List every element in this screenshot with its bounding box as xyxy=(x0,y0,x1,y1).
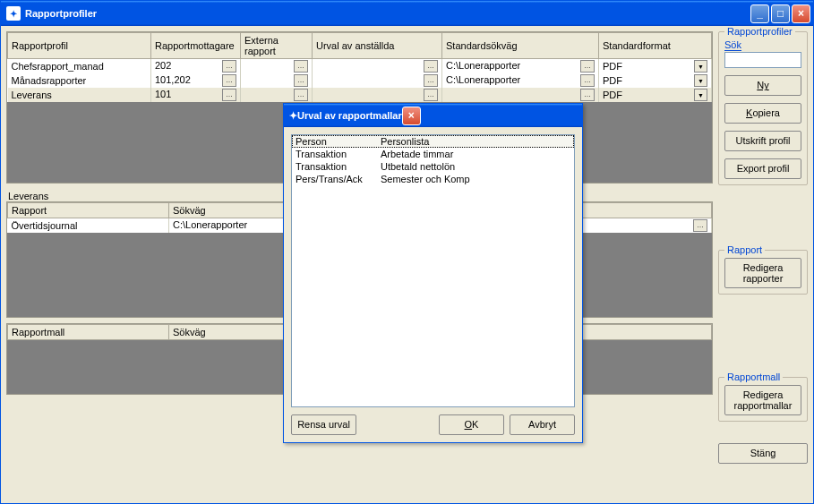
avbryt-button[interactable]: Avbryt xyxy=(510,414,575,435)
main-titlebar: ✦ Rapportprofiler _ □ × xyxy=(1,1,813,26)
browse-button[interactable]: … xyxy=(424,74,438,87)
col-rapportmall[interactable]: Rapportmall xyxy=(8,325,169,340)
col-externa[interactable]: Externa rapport xyxy=(241,33,313,59)
urval-dialog: ✦ Urval av rapportmallar × PersonPersonl… xyxy=(283,103,583,443)
templates-listbox[interactable]: PersonPersonlistaTransaktionArbetade tim… xyxy=(291,134,575,407)
utskrift-button[interactable]: Utskrift profil xyxy=(724,131,801,151)
list-item[interactable]: PersonPersonlista xyxy=(292,135,574,148)
browse-button[interactable]: … xyxy=(424,89,438,101)
col-rapportprofil[interactable]: Rapportprofil xyxy=(8,33,151,59)
browse-button[interactable]: … xyxy=(222,89,236,101)
browse-button[interactable]: … xyxy=(294,60,308,73)
browse-button[interactable]: … xyxy=(294,74,308,87)
browse-button[interactable]: … xyxy=(222,60,236,73)
app-icon: ✦ xyxy=(6,6,21,21)
list-item[interactable]: TransaktionUtbetald nettolön xyxy=(292,160,574,173)
list-item[interactable]: TransaktionArbetade timmar xyxy=(292,148,574,160)
profiles-grid[interactable]: Rapportprofil Rapportmottagare Externa r… xyxy=(7,32,712,102)
browse-button[interactable]: … xyxy=(580,60,595,73)
dropdown-arrow-icon[interactable]: ▼ xyxy=(694,60,707,73)
stang-button[interactable]: Stäng xyxy=(718,443,808,464)
group-rapportmall: Rapportmall Redigera rapportmallar xyxy=(718,377,808,422)
list-item[interactable]: Pers/Trans/AckSemester och Komp xyxy=(292,173,574,185)
group-rapport: Rapport Redigera rapporter xyxy=(718,250,808,295)
table-row: Leverans101…………PDF▼ xyxy=(8,88,712,102)
close-button[interactable]: × xyxy=(792,4,810,23)
kopiera-button[interactable]: Kopiera xyxy=(724,103,801,124)
group-rapportprofiler: Rapportprofiler Sök Ny Kopiera Utskrift … xyxy=(718,31,808,185)
col-urval[interactable]: Urval av anställda xyxy=(313,33,442,59)
ny-button[interactable]: Ny xyxy=(724,75,801,96)
dialog-icon: ✦ xyxy=(289,110,297,122)
ok-button[interactable]: OK xyxy=(439,414,504,435)
col-rapport[interactable]: Rapport xyxy=(8,203,169,218)
table-row: Chefsrapport_manad202………C:\Lonerapporter… xyxy=(8,59,712,74)
dialog-close-button[interactable]: × xyxy=(402,107,421,125)
window-title: Rapportprofiler xyxy=(25,8,97,19)
col-rapportmottagare[interactable]: Rapportmottagare xyxy=(151,33,241,59)
browse-button[interactable]: … xyxy=(693,219,707,232)
minimize-button[interactable]: _ xyxy=(750,4,769,23)
sok-label: Sök xyxy=(724,39,801,50)
rensa-urval-button[interactable]: Rensa urval xyxy=(291,414,356,435)
col-sokvag[interactable]: Standardsökväg xyxy=(442,33,599,59)
browse-button[interactable]: … xyxy=(580,89,595,101)
browse-button[interactable]: … xyxy=(424,60,438,73)
search-input[interactable] xyxy=(724,52,801,68)
dialog-titlebar: ✦ Urval av rapportmallar × xyxy=(284,104,582,127)
dropdown-arrow-icon[interactable]: ▼ xyxy=(694,89,707,101)
browse-button[interactable]: … xyxy=(580,74,595,87)
redigera-rapporter-button[interactable]: Redigera rapporter xyxy=(724,258,801,288)
browse-button[interactable]: … xyxy=(294,89,308,101)
table-row: Månadsrapporter101,202………C:\Lonerapporte… xyxy=(8,73,712,88)
redigera-rapportmallar-button[interactable]: Redigera rapportmallar xyxy=(724,385,801,415)
browse-button[interactable]: … xyxy=(222,74,236,87)
col-format[interactable]: Standardformat xyxy=(599,33,712,59)
export-button[interactable]: Export profil xyxy=(724,158,801,179)
dropdown-arrow-icon[interactable]: ▼ xyxy=(694,74,707,87)
maximize-button[interactable]: □ xyxy=(771,4,790,23)
